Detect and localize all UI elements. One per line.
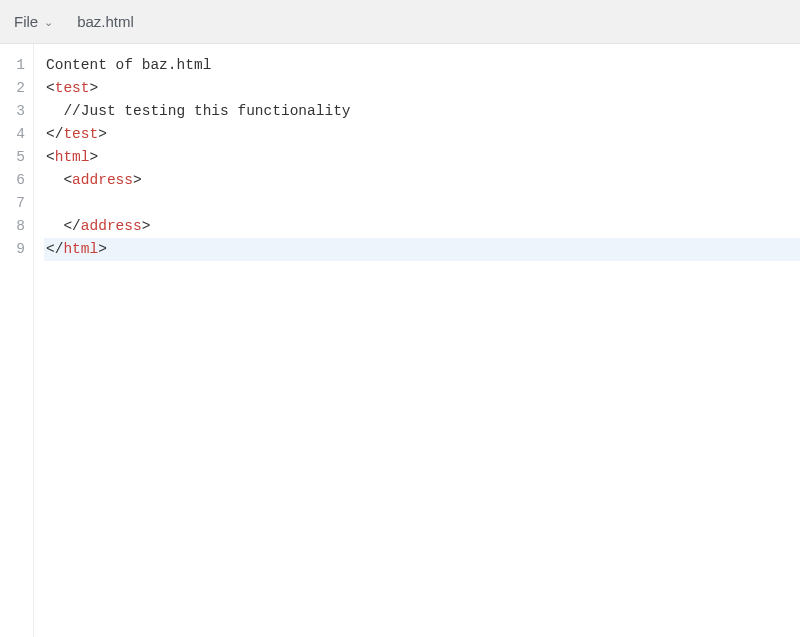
code-token-tag: address <box>72 172 133 188</box>
code-line[interactable]: Content of baz.html <box>44 54 800 77</box>
line-number: 7 <box>0 192 25 215</box>
line-number: 4 <box>0 123 25 146</box>
code-token-punct: </ <box>46 241 63 257</box>
code-token-tag: address <box>81 218 142 234</box>
line-number-gutter: 123456789 <box>0 44 34 637</box>
code-token-tag: test <box>63 126 98 142</box>
code-line[interactable]: </html> <box>44 238 800 261</box>
code-token-punct: < <box>63 172 72 188</box>
code-line[interactable]: <address> <box>44 169 800 192</box>
code-token-punct: > <box>98 241 107 257</box>
line-number: 1 <box>0 54 25 77</box>
code-line[interactable]: <test> <box>44 77 800 100</box>
filename-label: baz.html <box>77 13 134 30</box>
code-line[interactable]: </address> <box>44 215 800 238</box>
code-token-text: //Just testing this functionality <box>63 103 350 119</box>
chevron-down-icon: ⌄ <box>44 16 53 29</box>
code-token-punct: </ <box>63 218 80 234</box>
code-token-punct: < <box>46 80 55 96</box>
code-token-punct: </ <box>46 126 63 142</box>
code-line[interactable]: //Just testing this functionality <box>44 100 800 123</box>
line-number: 6 <box>0 169 25 192</box>
code-token-tag: html <box>55 149 90 165</box>
file-menu[interactable]: File ⌄ <box>14 13 53 30</box>
code-token-text: Content of baz.html <box>46 57 211 73</box>
code-editor[interactable]: 123456789 Content of baz.html<test> //Ju… <box>0 44 800 637</box>
toolbar: File ⌄ baz.html <box>0 0 800 44</box>
code-token-tag: test <box>55 80 90 96</box>
line-number: 5 <box>0 146 25 169</box>
code-token-punct: > <box>142 218 151 234</box>
code-token-punct: > <box>90 149 99 165</box>
code-line[interactable]: <html> <box>44 146 800 169</box>
line-number: 2 <box>0 77 25 100</box>
code-token-punct: < <box>46 149 55 165</box>
code-token-punct: > <box>90 80 99 96</box>
code-line[interactable] <box>44 192 800 215</box>
line-number: 8 <box>0 215 25 238</box>
code-area[interactable]: Content of baz.html<test> //Just testing… <box>34 44 800 637</box>
line-number: 3 <box>0 100 25 123</box>
file-menu-label: File <box>14 13 38 30</box>
code-line[interactable]: </test> <box>44 123 800 146</box>
code-token-tag: html <box>63 241 98 257</box>
code-token-punct: > <box>133 172 142 188</box>
code-token-punct: > <box>98 126 107 142</box>
line-number: 9 <box>0 238 25 261</box>
